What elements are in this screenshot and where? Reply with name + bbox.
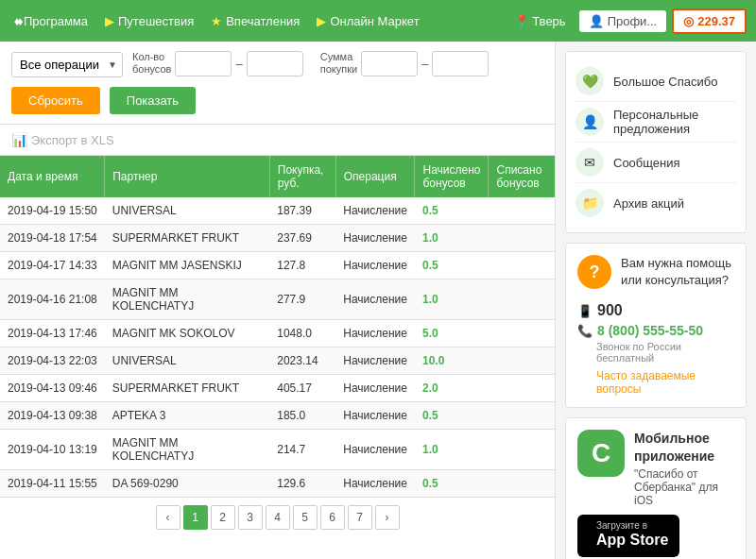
profile-label: Профи... [608, 14, 658, 28]
menu-item-spasibo[interactable]: 💚 Большое Спасибо [576, 61, 736, 102]
balance-value: 229.37 [697, 14, 735, 28]
appstore-download-label: Загрузите в [596, 521, 668, 531]
sum-from-input[interactable] [361, 51, 418, 76]
col-written: Списанобонусов [489, 156, 555, 197]
page-button[interactable]: 6 [320, 505, 345, 530]
col-partner: Партнер [105, 156, 270, 197]
bonuses-to-input[interactable] [247, 51, 303, 76]
location-icon: 📍 [514, 14, 529, 28]
table-row: 2019-04-10 13:19MAGNIT MM KOLENCHATYJ214… [0, 430, 555, 470]
col-amount: Покупка,руб. [269, 156, 335, 197]
table-row: 2019-04-19 15:50UNIVERSAL187.39Начислени… [0, 197, 555, 225]
table-row: 2019-04-13 09:38APTEKA 3185.0Начисление0… [0, 402, 555, 430]
menu-label-archive: Архив акций [613, 196, 684, 211]
profile-icon: 👤 [589, 14, 604, 28]
table-row: 2019-04-13 22:03UNIVERSAL2023.14Начислен… [0, 347, 555, 375]
nav-item-vpechatleniya[interactable]: ★ Впечатления [203, 14, 307, 28]
nav-item-programa[interactable]: ♦ ♦ Программа [9, 14, 95, 28]
page-button[interactable]: 1 [183, 505, 208, 530]
table-row: 2019-04-18 17:54SUPERMARKET FRUKT237.69Н… [0, 225, 555, 252]
page-button[interactable]: 3 [238, 505, 263, 530]
nav-label-programa: ♦ Программа [14, 14, 88, 28]
offers-icon: 👤 [576, 108, 604, 136]
sum-to-input[interactable] [432, 51, 489, 76]
table-row: 2019-04-11 15:55DA 569-0290129.6Начислен… [0, 470, 555, 498]
export-button[interactable]: 📊 Экспорт в XLS [11, 132, 543, 147]
nav-label-puteshestviya: Путешествия [118, 14, 194, 28]
left-panel: Все операции ▼ Кол-вобонусов – Суммапоку… [0, 42, 556, 559]
phone-free-text: Звонок по России бесплатный [596, 341, 734, 364]
app-icon: С [577, 430, 625, 477]
menu-label-offers: Персональные предложения [613, 108, 736, 136]
menu-item-offers[interactable]: 👤 Персональные предложения [576, 102, 736, 143]
export-icon: 📊 [11, 132, 27, 147]
page-button[interactable]: › [375, 505, 400, 530]
archive-icon: 📁 [576, 189, 604, 217]
data-table: Дата и время Партнер Покупка,руб. Операц… [0, 156, 555, 498]
page-button[interactable]: ‹ [156, 505, 180, 530]
messages-icon: ✉ [576, 148, 604, 177]
dash-bonuses: – [235, 51, 242, 77]
col-accrued: Начисленобонусов [415, 156, 489, 197]
reset-button[interactable]: Сбросить [11, 87, 100, 114]
app-subtitle: "Спасибо от Сбербанка" для iOS [634, 467, 734, 507]
right-panel: 💚 Большое Спасибо 👤 Персональные предлож… [556, 42, 756, 559]
table-row: 2019-04-16 21:08MAGNIT MM KOLENCHATYJ277… [0, 280, 555, 320]
arrow-icon-2: ▶ [317, 14, 326, 28]
dash-sum: – [421, 51, 428, 77]
data-table-wrap: Дата и время Партнер Покупка,руб. Операц… [0, 156, 555, 498]
table-row: 2019-04-13 17:46MAGNIT MK SOKOLOV1048.0Н… [0, 320, 555, 347]
bonuses-label: Кол-вобонусов [132, 51, 171, 76]
star-icon: ★ [211, 14, 222, 28]
filter-row: Все операции ▼ Кол-вобонусов – Суммапоку… [0, 42, 555, 125]
nav-item-market[interactable]: ▶ Онлайн Маркет [309, 14, 426, 28]
nav-label-market: Онлайн Маркет [330, 14, 419, 28]
table-row: 2019-04-17 14:33MAGNIT MM JASENSKIJ127.8… [0, 252, 555, 280]
menu-label-spasibo: Большое Спасибо [613, 75, 717, 89]
nav-label-vpechatleniya: Впечатления [226, 14, 300, 28]
spasibo-icon: 💚 [576, 67, 604, 95]
operation-select[interactable]: Все операции [11, 52, 123, 77]
page-button[interactable]: 4 [266, 505, 290, 530]
show-button[interactable]: Показать [110, 87, 196, 114]
page-button[interactable]: 7 [348, 505, 372, 530]
appstore-label: App Store [596, 531, 668, 551]
nav-balance-button[interactable]: ◎ 229.37 [672, 8, 747, 34]
app-card: С Мобильное приложение "Спасибо от Сберб… [565, 417, 747, 559]
table-row: 2019-04-13 09:46SUPERMARKET FRUKT405.17Н… [0, 375, 555, 402]
help-card: ? Вам нужна помощь или консультация? 📱 9… [565, 243, 747, 408]
pagination: ‹1234567› [0, 498, 555, 537]
help-title: Вам нужна помощь или консультация? [621, 255, 734, 289]
faq-link[interactable]: Часто задаваемые вопросы [596, 369, 734, 396]
bonuses-from-input[interactable] [175, 51, 232, 76]
call-icon: 📞 [577, 324, 593, 338]
app-title: Мобильное приложение [634, 430, 734, 464]
arrow-icon-1: ▶ [105, 14, 114, 28]
menu-item-messages[interactable]: ✉ Сообщения [576, 143, 736, 183]
export-label: Экспорт в XLS [31, 133, 114, 147]
col-operation: Операция [335, 156, 415, 197]
phone-icon: 📱 [577, 304, 593, 318]
menu-label-messages: Сообщения [613, 156, 680, 170]
phone-full: 8 (800) 555-55-50 [597, 323, 703, 338]
menu-item-archive[interactable]: 📁 Архив акций [576, 183, 736, 223]
coin-icon: ◎ [683, 14, 694, 28]
page-button[interactable]: 2 [211, 505, 235, 530]
phone-short: 900 [597, 302, 623, 319]
navbar: ♦ ♦ Программа ▶ Путешествия ★ Впечатлени… [0, 0, 756, 42]
appstore-button[interactable]: Загрузите в App Store [577, 515, 679, 557]
menu-card: 💚 Большое Спасибо 👤 Персональные предлож… [565, 51, 747, 233]
nav-profile-button[interactable]: 👤 Профи... [579, 10, 667, 32]
export-bar: 📊 Экспорт в XLS [0, 125, 555, 156]
location-label: Тверь [532, 14, 565, 28]
nav-location[interactable]: 📍 Тверь [507, 14, 573, 28]
nav-item-puteshestviya[interactable]: ▶ Путешествия [97, 14, 201, 28]
help-question-icon: ? [577, 255, 611, 289]
sum-label: Суммапокупки [320, 51, 357, 76]
page-button[interactable]: 5 [293, 505, 318, 530]
col-date: Дата и время [0, 156, 105, 197]
